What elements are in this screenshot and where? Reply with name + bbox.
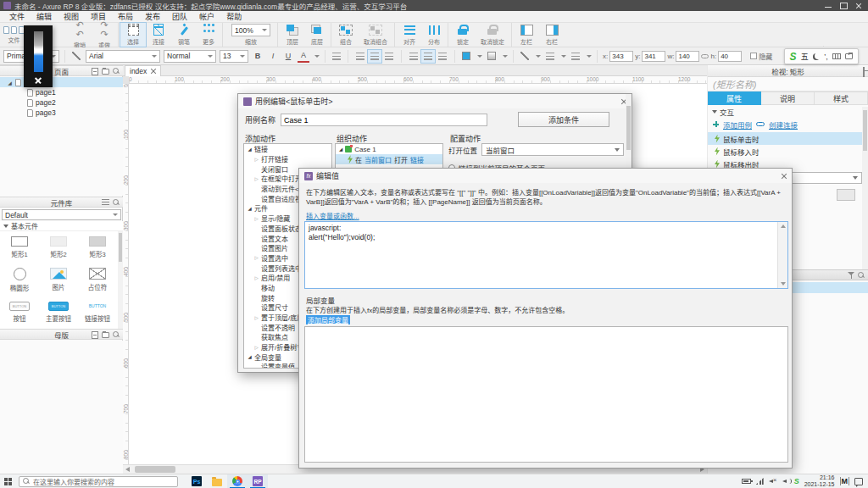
search-icon[interactable] (113, 68, 120, 75)
volume-icon[interactable] (782, 478, 789, 485)
toolbar-button[interactable]: 更多 (197, 23, 223, 47)
widget-item[interactable]: 椭圆形 (0, 263, 39, 296)
h-input[interactable] (718, 51, 742, 62)
chevron-down-icon[interactable] (314, 55, 320, 58)
case-action-row[interactable]: 在 当前窗口 打开 链接 (336, 154, 442, 164)
case-name-input[interactable] (281, 114, 487, 126)
add-page-icon[interactable] (92, 68, 98, 75)
canvas-tab-index[interactable]: index (125, 65, 161, 76)
scrollbar-thumb[interactable] (135, 466, 175, 473)
x-input[interactable] (609, 51, 633, 62)
shape-name-field[interactable]: (矩形名称) (708, 77, 868, 92)
filter-icon[interactable] (848, 272, 854, 279)
local-variables-list[interactable] (304, 326, 788, 463)
inspector-tab[interactable]: 样式 (815, 92, 868, 105)
chevron-down-icon[interactable] (503, 55, 508, 58)
notification-icon[interactable] (854, 478, 863, 485)
mute-icon[interactable] (769, 478, 777, 485)
add-condition-button[interactable]: 添加条件 (518, 112, 609, 127)
widget-item[interactable]: BUTTON 按钮 (0, 296, 39, 328)
align-top-button[interactable] (407, 50, 420, 63)
add-case-link[interactable]: 添加用例 (723, 119, 752, 130)
toolbar-button[interactable]: 顶层 (280, 23, 305, 47)
search-icon[interactable] (113, 331, 120, 338)
widget-item[interactable]: 矩形3 (78, 231, 117, 263)
insert-variable-link[interactable]: 插入变量或函数... (306, 211, 359, 220)
action-tree-item[interactable]: ▷ 打开链接 (244, 154, 331, 164)
page-tree-item[interactable]: ◢ index (0, 77, 123, 87)
align-middle-button[interactable] (421, 50, 435, 63)
event-row[interactable]: 鼠标单击时 (708, 132, 862, 145)
add-local-variable-link[interactable]: 添加局部变量 (306, 315, 350, 324)
minimize-button[interactable] (821, 0, 836, 11)
shadow-color-button[interactable] (486, 50, 498, 63)
new-file-icon[interactable] (3, 26, 9, 34)
action-target-link[interactable]: 当前窗口 (364, 155, 392, 164)
network-icon[interactable] (756, 478, 764, 485)
scroll-down-icon[interactable] (781, 282, 786, 286)
ime-bar-icon[interactable]: S (790, 51, 797, 63)
case-dialog-titlebar[interactable]: 用例编辑<鼠标单击时> (238, 94, 632, 108)
taskbar-app-button[interactable] (227, 474, 248, 488)
ime-bar-icon[interactable] (845, 53, 853, 59)
zoom-control[interactable]: 100% 缩放 (225, 23, 278, 47)
open-file-icon[interactable] (11, 26, 17, 34)
widget-item[interactable]: 矩形1 (0, 231, 39, 263)
note-icon[interactable] (863, 67, 865, 77)
underline-button[interactable]: U (282, 50, 294, 63)
chevron-down-icon[interactable] (561, 55, 566, 58)
menu-item[interactable]: 团队 (166, 11, 193, 22)
create-link-link[interactable]: 创建连接 (769, 119, 798, 130)
add-folder-icon[interactable] (102, 332, 109, 338)
search-icon[interactable] (113, 199, 120, 206)
border-style-button[interactable] (544, 50, 556, 63)
chevron-down-icon[interactable] (477, 55, 482, 58)
format-painter-icon[interactable] (70, 50, 82, 63)
bold-button[interactable]: B (252, 50, 264, 63)
battery-icon[interactable] (742, 479, 751, 484)
maximize-button[interactable] (836, 0, 851, 11)
font-size-select[interactable]: 13 (220, 50, 248, 63)
add-master-icon[interactable] (92, 331, 98, 339)
italic-button[interactable]: I (267, 50, 279, 63)
close-icon[interactable] (780, 172, 787, 180)
widget-item[interactable]: BUTTON 主要按钮 (39, 296, 78, 328)
ime-bar-icon[interactable]: 五 (801, 51, 809, 62)
edit-dialog-titlebar[interactable]: fx 编辑值 (299, 169, 792, 183)
widget-item[interactable]: BUTTON 链接按钮 (78, 296, 117, 328)
chevron-down-icon[interactable] (587, 55, 592, 58)
toolbar-button[interactable]: 分布 (422, 23, 448, 47)
interaction-section-header[interactable]: 交互 (708, 107, 868, 117)
taskbar-app-button[interactable]: Ps (186, 474, 207, 488)
toolbar-button[interactable]: 连接 (146, 23, 171, 47)
toolbar-button[interactable]: 左栏 (514, 23, 539, 47)
inspector-small-button[interactable] (837, 189, 855, 201)
font-weight-select[interactable]: Normal (164, 50, 216, 63)
font-color-button[interactable]: A (298, 50, 309, 63)
page-tree-item[interactable]: page1 (0, 87, 123, 97)
aspect-lock-icon[interactable] (701, 54, 709, 58)
ime-bar-icon[interactable] (832, 53, 841, 59)
toolbar-button[interactable]: 对齐 (397, 23, 422, 47)
taskbar-clock[interactable]: 21:16 2021-12-15 (804, 474, 835, 488)
inspector-scrollbar[interactable] (862, 107, 868, 269)
ime-indicator[interactable]: M (840, 477, 850, 485)
arrow-style-button[interactable] (570, 50, 581, 63)
toolbar-button[interactable]: 钢笔 (171, 23, 197, 47)
toolbar-button[interactable]: 重做 (92, 23, 119, 47)
action-object-link[interactable]: 链接 (410, 155, 424, 164)
sogou-tray-icon[interactable]: S (794, 477, 799, 485)
code-scrollbar[interactable] (777, 222, 787, 288)
widget-item[interactable]: 矩形2 (39, 231, 78, 263)
w-input[interactable] (676, 51, 699, 62)
font-family-select[interactable]: Arial (86, 50, 160, 63)
value-code-textarea[interactable]: javascript: alert("Hello");void(0); (304, 221, 788, 289)
hide-checkbox[interactable] (750, 53, 757, 59)
menu-item[interactable]: 文件 (3, 11, 31, 22)
align-left-button[interactable] (353, 50, 367, 63)
menu-item[interactable]: 编辑 (31, 11, 58, 22)
toolbar-button[interactable]: 底层 (305, 23, 331, 47)
close-button[interactable] (851, 0, 866, 11)
menu-item[interactable]: 布局 (112, 11, 139, 22)
fill-color-button[interactable] (460, 50, 472, 63)
